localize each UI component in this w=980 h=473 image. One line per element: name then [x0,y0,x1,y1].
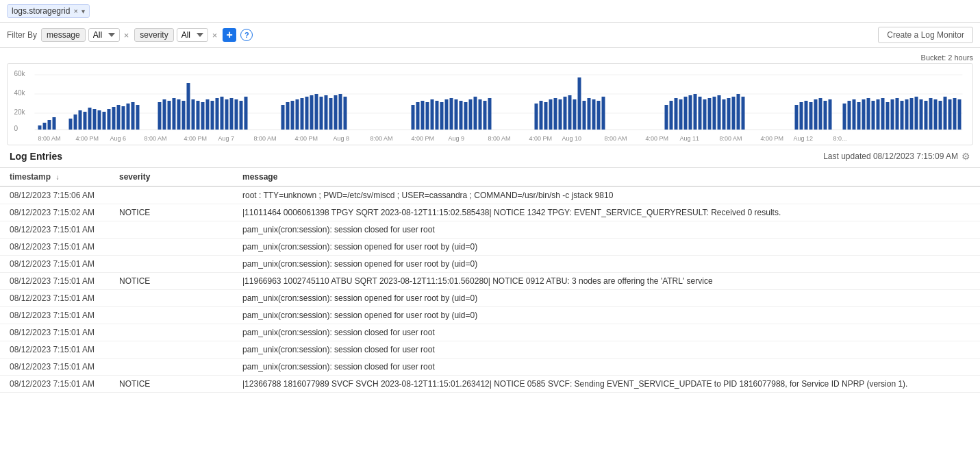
cell-message: pam_unix(cron:session): session opened f… [233,256,980,273]
svg-rect-22 [117,105,121,130]
svg-text:Aug 7: Aug 7 [218,135,235,142]
svg-rect-41 [225,99,229,130]
table-row: 08/12/2023 7:15:01 AMpam_unix(cron:sessi… [0,341,980,359]
cell-severity: NOTICE [110,204,233,221]
svg-rect-47 [286,102,290,130]
svg-rect-43 [235,99,238,130]
filter-message-select[interactable]: All [88,28,120,42]
filter-message-clear-button[interactable]: × [123,30,131,40]
svg-text:60k: 60k [14,70,26,77]
svg-rect-34 [192,99,195,130]
svg-rect-67 [445,99,449,130]
svg-text:8:00 AM: 8:00 AM [488,135,511,142]
svg-rect-87 [583,101,586,130]
svg-rect-130 [905,99,909,130]
svg-rect-32 [182,101,186,130]
svg-rect-69 [455,99,458,130]
svg-rect-46 [281,105,285,130]
log-section: Log Entries Last updated 08/12/2023 7:15… [0,145,980,393]
svg-text:Aug 8: Aug 8 [334,135,350,142]
svg-rect-85 [573,99,577,130]
table-row: 08/12/2023 7:15:01 AMpam_unix(cron:sessi… [0,307,980,324]
svg-rect-104 [723,99,726,130]
svg-rect-66 [440,102,444,130]
svg-rect-125 [881,98,885,130]
filter-severity-clear-button[interactable]: × [211,30,219,40]
svg-rect-29 [168,101,171,130]
table-row: 08/12/2023 7:15:01 AMpam_unix(cron:sessi… [0,290,980,307]
svg-text:Aug 12: Aug 12 [794,135,814,142]
cell-severity [110,324,233,341]
svg-rect-63 [426,102,429,130]
filter-by-label: Filter By [7,30,37,40]
svg-rect-24 [127,104,130,130]
svg-rect-98 [694,94,697,130]
svg-rect-118 [848,101,851,130]
add-filter-button[interactable]: + [223,28,236,42]
tag-pill[interactable]: logs.storagegrid × ▾ [7,4,90,18]
svg-rect-75 [483,101,487,130]
cell-severity [110,239,233,256]
svg-rect-62 [421,101,425,130]
filter-bar: Filter By message All × severity All × +… [0,23,980,48]
cell-message: root : TTY=unknown ; PWD=/etc/sv/miscd ;… [233,186,980,204]
svg-text:4:00 PM: 4:00 PM [761,135,784,142]
filter-group-severity: severity All × [134,28,218,42]
create-log-monitor-button[interactable]: Create a Log Monitor [878,27,973,43]
svg-text:4:00 PM: 4:00 PM [76,135,99,142]
table-row: 08/12/2023 7:15:01 AMpam_unix(cron:sessi… [0,359,980,376]
svg-rect-72 [469,99,473,130]
svg-rect-16 [88,108,92,130]
svg-text:Aug 9: Aug 9 [449,135,465,142]
svg-rect-55 [325,95,328,130]
log-table-container[interactable]: timestamp ↓ severity message 08/12/2023 … [0,168,980,393]
tag-chevron-icon[interactable]: ▾ [81,8,85,15]
svg-text:4:00 PM: 4:00 PM [184,135,208,142]
svg-text:8:00 AM: 8:00 AM [605,135,627,142]
svg-rect-120 [857,102,861,130]
filter-severity-select[interactable]: All [177,28,208,42]
filter-message-tag: message [41,28,86,42]
svg-rect-105 [727,98,731,130]
svg-rect-60 [412,105,415,130]
refresh-icon[interactable]: ⚙ [962,151,970,162]
col-header-timestamp[interactable]: timestamp ↓ [0,168,110,186]
svg-rect-123 [872,101,875,130]
cell-timestamp: 08/12/2023 7:15:01 AM [0,256,110,273]
svg-rect-129 [901,101,904,130]
svg-rect-31 [177,99,181,130]
svg-rect-139 [948,99,952,130]
svg-rect-74 [479,99,482,130]
help-button[interactable]: ? [240,29,253,41]
svg-rect-65 [436,101,439,130]
cell-timestamp: 08/12/2023 7:15:01 AM [0,341,110,359]
col-header-message[interactable]: message [233,168,980,186]
svg-rect-39 [216,98,219,130]
svg-text:4:00 PM: 4:00 PM [295,135,318,142]
log-table: timestamp ↓ severity message 08/12/2023 … [0,168,980,393]
cell-timestamp: 08/12/2023 7:15:01 AM [0,307,110,324]
svg-rect-106 [732,97,736,130]
svg-rect-121 [862,99,866,130]
svg-rect-96 [684,97,688,130]
tag-close-icon[interactable]: × [73,7,77,15]
svg-rect-8 [38,125,42,130]
svg-rect-21 [112,107,116,130]
svg-rect-50 [301,98,304,130]
svg-text:Aug 10: Aug 10 [562,135,582,142]
svg-rect-64 [431,99,434,130]
svg-text:8:00 AM: 8:00 AM [370,135,393,142]
col-header-severity[interactable]: severity [110,168,233,186]
svg-rect-30 [173,98,176,130]
cell-severity [110,221,233,239]
svg-rect-23 [122,106,125,130]
svg-text:8:0...: 8:0... [833,135,847,142]
svg-rect-127 [891,99,894,130]
svg-rect-132 [915,97,918,130]
svg-text:20k: 20k [14,108,26,116]
svg-rect-51 [305,97,309,130]
svg-rect-70 [460,101,463,130]
svg-rect-110 [800,102,803,130]
table-row: 08/12/2023 7:15:01 AMpam_unix(cron:sessi… [0,221,980,239]
svg-rect-56 [329,98,333,130]
